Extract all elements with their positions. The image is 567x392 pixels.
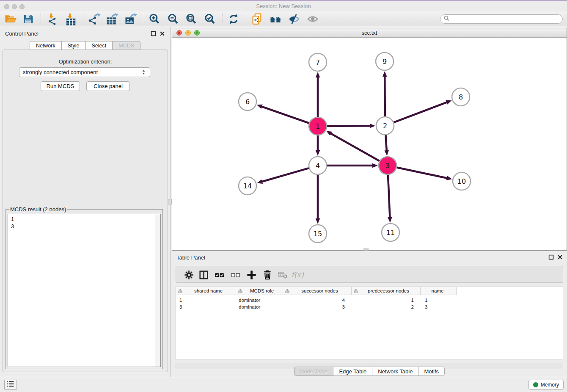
delete-column-icon[interactable] bbox=[260, 268, 275, 282]
optimization-criterion-label: Optimization criterion: bbox=[3, 58, 168, 65]
control-panel-title: Control Panel bbox=[5, 30, 39, 37]
mcds-tab-content: Optimization criterion: strongly connect… bbox=[3, 50, 168, 372]
run-mcds-button[interactable]: Run MCDS bbox=[41, 81, 80, 91]
column-header-shared-name[interactable]: shared name bbox=[176, 287, 236, 295]
column-header-successor-nodes[interactable]: successor nodes bbox=[283, 287, 352, 295]
tab-edge-table[interactable]: Edge Table bbox=[333, 367, 372, 376]
graph-node-label: 9 bbox=[383, 58, 387, 66]
node-table-header: shared nameMCDS rolesuccessor nodesprede… bbox=[176, 287, 457, 295]
table-cell: 2 bbox=[352, 304, 421, 310]
node-table: shared nameMCDS rolesuccessor nodesprede… bbox=[176, 287, 563, 359]
table-tabs: Node TableEdge TableNetwork TableMotifs bbox=[172, 367, 567, 376]
tab-node-table[interactable]: Node Table bbox=[294, 367, 333, 376]
table-cell: 4 bbox=[283, 297, 352, 304]
graph-node-label: 11 bbox=[386, 229, 395, 237]
table-cell: 1 bbox=[421, 297, 457, 304]
search-icon bbox=[443, 15, 450, 23]
list-icon bbox=[6, 380, 15, 390]
table-cell: 3 bbox=[421, 304, 457, 310]
hide-selected-icon[interactable] bbox=[287, 12, 301, 26]
close-panel-icon[interactable] bbox=[557, 254, 563, 260]
mcds-result-textarea[interactable]: 1 3 bbox=[8, 214, 161, 367]
graph-node-label: 1 bbox=[316, 122, 320, 130]
table-cell: 3 bbox=[176, 304, 236, 310]
table-row[interactable]: 1dominator411 bbox=[176, 297, 457, 304]
search-box[interactable] bbox=[440, 14, 563, 24]
task-history-button[interactable] bbox=[4, 380, 17, 390]
mcds-result-lines: 1 3 bbox=[11, 215, 14, 230]
add-column-icon[interactable] bbox=[244, 268, 259, 282]
network-window-titlebar[interactable]: × – + scc.txt bbox=[172, 28, 567, 38]
zoom-out-icon[interactable] bbox=[166, 12, 180, 26]
search-input[interactable] bbox=[450, 15, 562, 23]
tab-mcds[interactable]: MCDS bbox=[112, 41, 140, 50]
table-cell: 1 bbox=[176, 297, 236, 304]
apply-layout-icon[interactable] bbox=[226, 12, 241, 26]
network-graph-canvas[interactable]: 7968124314101511 bbox=[172, 38, 567, 250]
graph-node-label: 7 bbox=[316, 58, 320, 66]
criterion-value: strongly connected component bbox=[23, 69, 98, 75]
memory-button[interactable]: Memory bbox=[528, 380, 564, 390]
column-type-icon bbox=[353, 288, 358, 293]
float-panel-icon[interactable] bbox=[151, 31, 156, 36]
toolbar-separator bbox=[41, 13, 41, 24]
table-toolbar: f(x) bbox=[176, 266, 563, 283]
duplicate-network-icon[interactable] bbox=[250, 12, 264, 26]
split-columns-icon[interactable] bbox=[196, 268, 211, 282]
panel-splitter-handle[interactable] bbox=[168, 199, 172, 204]
import-table-icon[interactable] bbox=[63, 12, 78, 26]
mcds-result-scrollbar[interactable] bbox=[155, 214, 160, 367]
export-network-icon[interactable] bbox=[87, 12, 102, 26]
deselect-all-rows-icon[interactable] bbox=[228, 268, 242, 282]
graph-node-label: 10 bbox=[457, 177, 466, 185]
graph-node-label: 15 bbox=[314, 230, 322, 238]
close-panel-icon[interactable] bbox=[160, 31, 165, 36]
control-panel-tabs: NetworkStyleSelectMCDS bbox=[0, 41, 170, 50]
mcds-result-group: MCDS result (2 nodes) 1 3 bbox=[6, 209, 163, 369]
table-panel-title: Table Panel bbox=[176, 254, 205, 261]
export-table-icon[interactable] bbox=[105, 12, 119, 26]
column-header-MCDS-role[interactable]: MCDS role bbox=[236, 287, 283, 295]
save-session-icon[interactable] bbox=[21, 12, 36, 26]
dropdown-stepper-icon bbox=[141, 69, 146, 75]
tab-network[interactable]: Network bbox=[30, 41, 61, 50]
zoom-selected-icon[interactable] bbox=[203, 12, 217, 26]
import-network-icon[interactable] bbox=[45, 12, 59, 26]
zoom-fit-icon[interactable] bbox=[184, 12, 198, 26]
criterion-dropdown[interactable]: strongly connected component bbox=[19, 67, 150, 77]
column-header-name[interactable]: name bbox=[421, 287, 457, 295]
mcds-result-title: MCDS result (2 nodes) bbox=[9, 206, 67, 213]
control-panel: Control Panel NetworkStyleSelectMCDS Opt… bbox=[0, 27, 171, 377]
open-file-icon[interactable] bbox=[3, 12, 18, 26]
column-type-icon bbox=[178, 288, 183, 293]
column-type-icon bbox=[285, 288, 290, 293]
memory-status-icon bbox=[533, 382, 538, 387]
memory-label: Memory bbox=[541, 382, 559, 388]
network-view-window: × – + scc.txt 7968124314101511 bbox=[172, 28, 567, 251]
column-type-icon bbox=[238, 288, 243, 293]
tab-motifs[interactable]: Motifs bbox=[418, 367, 445, 376]
close-panel-button[interactable]: Close panel bbox=[86, 81, 130, 91]
graph-node-label: 6 bbox=[245, 98, 250, 106]
show-all-icon bbox=[306, 12, 320, 26]
tab-select[interactable]: Select bbox=[85, 41, 113, 50]
tab-network-table[interactable]: Network Table bbox=[372, 367, 418, 376]
first-neighbors-icon[interactable] bbox=[268, 12, 283, 26]
toolbar-separator bbox=[144, 13, 144, 24]
table-cell: dominator bbox=[236, 304, 283, 310]
delete-table-icon bbox=[275, 268, 290, 282]
function-builder-icon: f(x) bbox=[290, 268, 305, 282]
graph-node-label: 2 bbox=[383, 122, 387, 130]
zoom-in-icon[interactable] bbox=[147, 12, 162, 26]
tab-style[interactable]: Style bbox=[61, 41, 85, 50]
toolbar-separator bbox=[246, 13, 246, 24]
table-row[interactable]: 3dominator323 bbox=[176, 304, 457, 310]
float-panel-icon[interactable] bbox=[548, 254, 554, 260]
table-panel: Table Panel f(x) shared nameMCDS rolesuc… bbox=[172, 251, 567, 377]
table-cell: 3 bbox=[283, 304, 352, 310]
toolbar-separator bbox=[83, 13, 83, 24]
select-all-rows-icon[interactable] bbox=[212, 268, 226, 282]
export-image-icon[interactable] bbox=[124, 12, 138, 26]
table-settings-icon[interactable] bbox=[182, 268, 196, 282]
column-header-predecessor-nodes[interactable]: predecessor nodes bbox=[352, 287, 421, 295]
